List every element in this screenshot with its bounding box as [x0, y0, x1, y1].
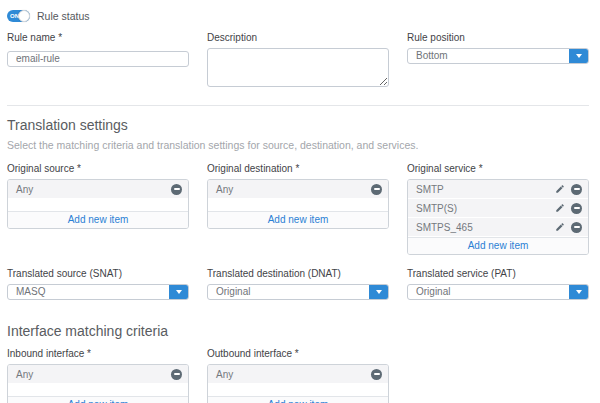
- inbound-interface-label: Inbound interface *: [7, 348, 189, 359]
- remove-item-icon[interactable]: [171, 184, 182, 195]
- chevron-down-icon: [576, 290, 582, 294]
- rule-position-select[interactable]: Bottom: [407, 48, 589, 64]
- rule-position-field: Rule position Bottom: [407, 32, 589, 64]
- translated-service-dropdown-button[interactable]: [569, 285, 588, 299]
- list-item: Any: [8, 365, 188, 383]
- remove-item-icon[interactable]: [571, 222, 582, 233]
- translated-destination-value: Original: [208, 285, 369, 299]
- translated-row: Translated source (SNAT) MASQ Translated…: [7, 268, 589, 300]
- interface-matching-title: Interface matching criteria: [7, 323, 589, 339]
- list-spacer: [8, 384, 188, 396]
- translated-service-label: Translated service (PAT): [407, 268, 589, 279]
- toggle-knob: [18, 10, 30, 22]
- rule-position-label: Rule position: [407, 32, 589, 43]
- translated-destination-label: Translated destination (DNAT): [207, 268, 389, 279]
- rule-name-label: Rule name *: [7, 32, 189, 43]
- item-label: Any: [216, 369, 371, 380]
- chevron-down-icon: [576, 54, 582, 58]
- original-criteria-row: Original source * Any Add new item Origi…: [7, 163, 589, 255]
- list-item: Any: [8, 180, 188, 198]
- chevron-down-icon: [176, 290, 182, 294]
- item-label: SMTPS_465: [416, 222, 555, 233]
- add-new-item-button[interactable]: Add new item: [8, 396, 188, 403]
- translated-source-label: Translated source (SNAT): [7, 268, 189, 279]
- rule-status-toggle[interactable]: ON: [7, 10, 30, 22]
- interface-row: Inbound interface * Any Add new item Out…: [7, 348, 589, 403]
- list-spacer: [8, 199, 188, 211]
- chevron-down-icon: [376, 290, 382, 294]
- inbound-interface-field: Inbound interface * Any Add new item: [7, 348, 189, 403]
- section-divider: [7, 105, 589, 106]
- rule-name-field: Rule name *: [7, 32, 189, 67]
- rule-status-label: Rule status: [37, 10, 90, 22]
- add-new-item-button[interactable]: Add new item: [208, 396, 388, 403]
- remove-item-icon[interactable]: [571, 184, 582, 195]
- edit-item-icon[interactable]: [555, 222, 565, 232]
- original-destination-box: Any Add new item: [207, 179, 389, 229]
- original-source-box: Any Add new item: [7, 179, 189, 229]
- list-item: Any: [208, 180, 388, 198]
- translated-service-select[interactable]: Original: [407, 284, 589, 300]
- description-label: Description: [207, 32, 389, 43]
- item-label: SMTP: [416, 184, 555, 195]
- remove-item-icon[interactable]: [571, 203, 582, 214]
- item-label: Any: [216, 184, 371, 195]
- item-label: SMTP(S): [416, 203, 555, 214]
- rule-position-value: Bottom: [408, 49, 569, 63]
- original-source-label: Original source *: [7, 163, 189, 174]
- original-source-field: Original source * Any Add new item: [7, 163, 189, 229]
- outbound-interface-box: Any Add new item: [207, 364, 389, 403]
- translation-settings-title: Translation settings: [7, 117, 589, 133]
- list-spacer: [208, 199, 388, 211]
- original-service-box: SMTP SMTP(S) SMTPS_465 Add new item: [407, 179, 589, 255]
- remove-item-icon[interactable]: [371, 369, 382, 380]
- add-new-item-button[interactable]: Add new item: [408, 237, 588, 254]
- description-field: Description: [207, 32, 389, 91]
- translated-source-field: Translated source (SNAT) MASQ: [7, 268, 189, 300]
- translated-source-value: MASQ: [8, 285, 169, 299]
- remove-item-icon[interactable]: [171, 369, 182, 380]
- rule-position-dropdown-button[interactable]: [569, 49, 588, 63]
- outbound-interface-label: Outbound interface *: [207, 348, 389, 359]
- rule-status-row: ON Rule status: [7, 10, 589, 22]
- list-spacer: [208, 384, 388, 396]
- item-label: Any: [16, 369, 171, 380]
- description-textarea[interactable]: [207, 48, 389, 87]
- remove-item-icon[interactable]: [371, 184, 382, 195]
- rule-fields-row: Rule name * Description Rule position Bo…: [7, 32, 589, 91]
- translated-destination-dropdown-button[interactable]: [369, 285, 388, 299]
- add-new-item-button[interactable]: Add new item: [8, 211, 188, 228]
- item-label: Any: [16, 184, 171, 195]
- translated-source-dropdown-button[interactable]: [169, 285, 188, 299]
- translated-service-field: Translated service (PAT) Original: [407, 268, 589, 300]
- nat-rule-form: ON Rule status Rule name * Description R…: [0, 0, 600, 403]
- rule-name-input[interactable]: [7, 51, 189, 67]
- add-new-item-button[interactable]: Add new item: [208, 211, 388, 228]
- edit-item-icon[interactable]: [555, 184, 565, 194]
- translated-destination-field: Translated destination (DNAT) Original: [207, 268, 389, 300]
- original-service-field: Original service * SMTP SMTP(S) SMTPS_46…: [407, 163, 589, 255]
- translated-destination-select[interactable]: Original: [207, 284, 389, 300]
- translated-source-select[interactable]: MASQ: [7, 284, 189, 300]
- inbound-interface-box: Any Add new item: [7, 364, 189, 403]
- original-service-label: Original service *: [407, 163, 589, 174]
- list-item: SMTP: [408, 180, 588, 198]
- edit-item-icon[interactable]: [555, 203, 565, 213]
- list-item: SMTP(S): [408, 199, 588, 217]
- translation-settings-subtitle: Select the matching criteria and transla…: [7, 139, 589, 151]
- translated-service-value: Original: [408, 285, 569, 299]
- original-destination-field: Original destination * Any Add new item: [207, 163, 389, 229]
- original-destination-label: Original destination *: [207, 163, 389, 174]
- list-item: SMTPS_465: [408, 218, 588, 236]
- list-item: Any: [208, 365, 388, 383]
- outbound-interface-field: Outbound interface * Any Add new item: [207, 348, 389, 403]
